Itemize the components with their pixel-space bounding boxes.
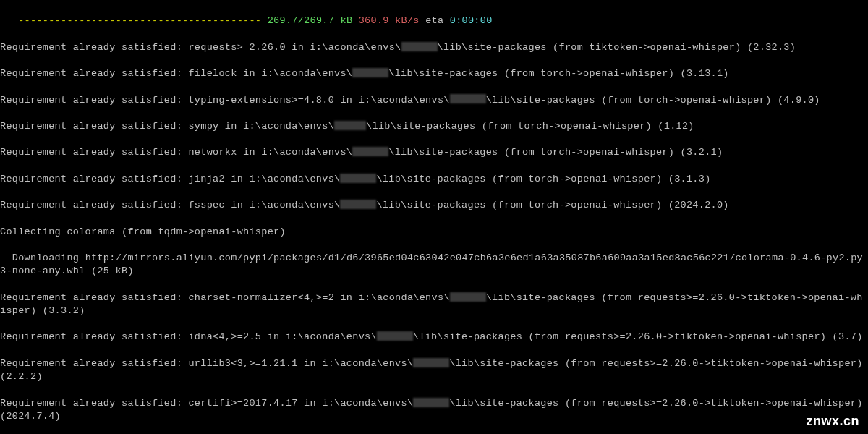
censored-env <box>401 42 438 51</box>
progress-size: 269.7/269.7 kB <box>268 15 353 26</box>
censored-env <box>352 68 388 77</box>
watermark-text: znwx.cn <box>806 412 859 430</box>
requirement-line: Requirement already satisfied: typing-ex… <box>0 94 868 107</box>
requirement-line: Requirement already satisfied: sympy in … <box>0 120 868 133</box>
censored-env <box>352 147 388 156</box>
progress-dashes: ---------------------------------------- <box>0 15 268 26</box>
requirement-line: Requirement already satisfied: filelock … <box>0 67 868 80</box>
requirement-line: Requirement already satisfied: requests>… <box>0 41 868 54</box>
progress-eta-label: eta <box>420 15 450 26</box>
censored-env <box>413 358 449 367</box>
censored-env <box>340 200 376 209</box>
requirement-line: Requirement already satisfied: urllib3<3… <box>0 357 868 383</box>
downloading-line: Downloading http://mirrors.aliyun.com/py… <box>0 252 868 278</box>
censored-env <box>377 331 413 341</box>
terminal-output[interactable]: ----------------------------------------… <box>0 1 868 434</box>
requirement-line: Requirement already satisfied: certifi>=… <box>0 397 868 423</box>
requirement-line: Requirement already satisfied: networkx … <box>0 146 868 159</box>
requirement-line: Requirement already satisfied: idna<4,>=… <box>0 331 868 344</box>
requirement-line: Requirement already satisfied: jinja2 in… <box>0 173 868 186</box>
progress-line: ----------------------------------------… <box>0 14 868 27</box>
censored-env <box>413 398 449 407</box>
censored-env <box>450 292 486 302</box>
censored-env <box>334 121 366 130</box>
collecting-line: Collecting colorama (from tqdm->openai-w… <box>0 226 868 239</box>
censored-env <box>340 174 376 183</box>
requirement-line: Requirement already satisfied: fsspec in… <box>0 199 868 212</box>
progress-eta-time: 0:00:00 <box>450 15 493 26</box>
requirement-line: Requirement already satisfied: charset-n… <box>0 292 868 318</box>
progress-speed: 360.9 kB/s <box>352 15 419 26</box>
censored-env <box>450 94 486 103</box>
